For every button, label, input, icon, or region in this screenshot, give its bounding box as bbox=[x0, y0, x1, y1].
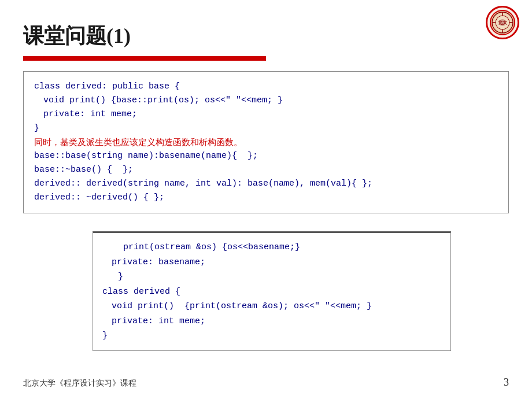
logo-inner: 北大 bbox=[490, 10, 515, 35]
code-line-9: derived:: ~derived() { }; bbox=[34, 191, 498, 205]
code-line-1: class derived: public base { bbox=[34, 80, 498, 94]
sec-line-5: void print() {print(ostream &os); os<<" … bbox=[112, 299, 441, 314]
sec-line-1: print(ostream &os) {os<<basename;} bbox=[102, 240, 441, 255]
logo-circle: 北大 bbox=[486, 6, 519, 39]
code-line-7: base::~base() { }; bbox=[34, 163, 498, 177]
page-title: 课堂问题(1) bbox=[23, 22, 509, 50]
logo: 北大 bbox=[486, 6, 520, 40]
red-bar bbox=[23, 56, 266, 61]
code-line-6: base::base(string name):basename(name){ … bbox=[34, 149, 498, 163]
sec-line-3: } bbox=[102, 269, 441, 285]
sec-line-6: private: int meme; bbox=[112, 314, 441, 329]
code-line-8: derived:: derived(string name, int val):… bbox=[34, 177, 498, 191]
sec-line-4: class derived { bbox=[102, 285, 441, 300]
sec-line-7: } bbox=[102, 328, 441, 343]
code-line-3: private: int meme; bbox=[43, 108, 498, 121]
sec-line-2: private: basename; bbox=[112, 255, 441, 270]
main-code-box: class derived: public base { void print(… bbox=[23, 71, 509, 213]
code-line-4: } bbox=[34, 121, 498, 135]
svg-text:北大: 北大 bbox=[497, 20, 508, 25]
code-line-5: 同时，基类及派生类也应该定义构造函数和析构函数。 bbox=[34, 135, 498, 149]
footer-text: 北京大学《程序设计实习》课程 bbox=[23, 378, 136, 389]
page-number: 3 bbox=[504, 376, 509, 389]
slide: 北大 课堂问题(1) class derived: public base { … bbox=[0, 0, 532, 399]
secondary-code-panel: print(ostream &os) {os<<basename;} priva… bbox=[93, 231, 451, 351]
code-line-2: void print() {base::print(os); os<<" "<<… bbox=[43, 94, 498, 108]
